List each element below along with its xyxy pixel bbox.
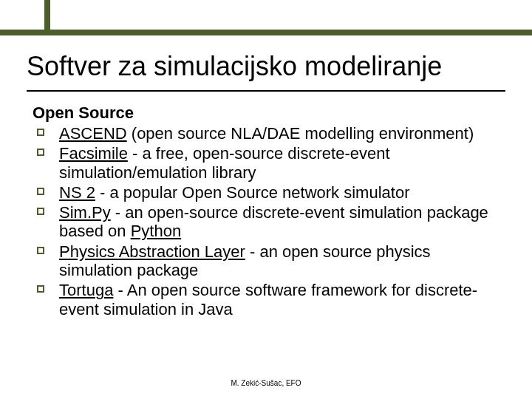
content-area: Open Source ASCEND (open source NLA/DAE … [33, 103, 499, 320]
item-text-pre: - an open-source discrete-event simulati… [59, 203, 488, 240]
bullet-list: ASCEND (open source NLA/DAE modelling en… [33, 124, 499, 318]
list-item: Tortuga - An open source software framew… [33, 281, 499, 318]
square-bullet-icon [37, 129, 44, 136]
item-link: Tortuga [59, 281, 113, 299]
item-link-2: Python [131, 222, 182, 240]
item-link: Physics Abstraction Layer [59, 242, 245, 261]
footer-text: M. Zekić-Sušac, EFO [0, 379, 532, 387]
list-item: ASCEND (open source NLA/DAE modelling en… [33, 124, 499, 143]
list-item: NS 2 - a popular Open Source network sim… [33, 183, 499, 202]
item-link: Sim.Py [59, 203, 111, 222]
square-bullet-icon [37, 285, 44, 293]
slide-title: Softver za simulacijsko modeliranje [27, 52, 505, 81]
square-bullet-icon [37, 247, 44, 254]
title-underline [27, 90, 505, 92]
item-link: Facsimile [59, 144, 128, 163]
accent-bar-horizontal [0, 30, 532, 35]
subheading: Open Source [33, 103, 499, 123]
item-text: - a popular Open Source network simulato… [95, 183, 410, 202]
list-item: Physics Abstraction Layer - an open sour… [33, 242, 499, 280]
list-item: Facsimile - a free, open-source discrete… [33, 144, 499, 182]
item-link: NS 2 [59, 183, 95, 202]
item-link: ASCEND [59, 124, 127, 143]
item-text: (open source NLA/DAE modelling environme… [127, 124, 474, 143]
list-item: Sim.Py - an open-source discrete-event s… [33, 203, 499, 241]
accent-bar-vertical [44, 0, 50, 35]
slide: Softver za simulacijsko modeliranje Open… [0, 0, 532, 399]
item-text: - An open source software framework for … [59, 281, 477, 318]
square-bullet-icon [37, 188, 44, 195]
square-bullet-icon [37, 149, 44, 156]
square-bullet-icon [37, 208, 44, 215]
